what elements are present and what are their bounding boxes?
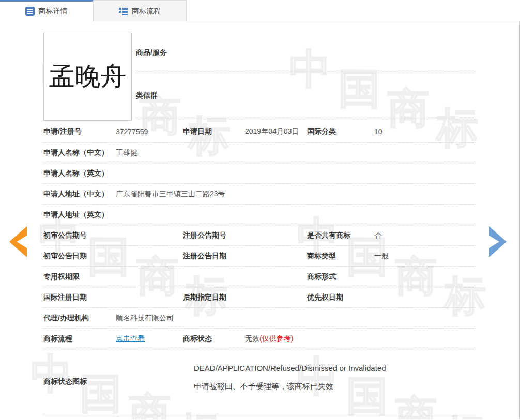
table-row: 初审公告日期 注册公告日期 商标类型 一般 — [43, 246, 475, 267]
table-row: 申请人名称（中文） 王雄健 — [43, 143, 475, 163]
goods-services-row: 商品/服务 — [136, 33, 475, 73]
field-label: 代理/办理机构 — [43, 314, 116, 323]
field-label: 申请人地址（英文） — [43, 210, 116, 220]
field-label: 商标类型 — [307, 252, 374, 261]
status-icon-row: 商标状态图标 DEAD/APPLICATION/Refused/Dismisse… — [43, 349, 475, 414]
field-label: 初审公告日期 — [43, 252, 116, 261]
field-value: 广东省阳春市三甲镇三山二路23号 — [116, 190, 475, 199]
similar-group-label: 类似群 — [136, 91, 158, 100]
table-row: 申请人地址（中文） 广东省阳春市三甲镇三山二路23号 — [43, 184, 475, 205]
field-label: 优先权日期 — [307, 293, 374, 302]
similar-group-row: 类似群 — [136, 73, 475, 118]
field-value: 10 — [374, 128, 475, 136]
table-row: 申请/注册号 37277559 申请日期 2019年04月03日 国际分类 10 — [43, 121, 475, 143]
field-label: 初审公告期号 — [43, 231, 116, 240]
field-label: 申请人地址（中文） — [43, 190, 116, 199]
field-label: 是否共有商标 — [307, 231, 374, 240]
field-value: 王雄健 — [116, 148, 475, 158]
next-arrow-button[interactable] — [487, 225, 509, 260]
table-row: 申请人地址（英文） — [43, 205, 475, 225]
detail-rows: 申请/注册号 37277559 申请日期 2019年04月03日 国际分类 10… — [43, 121, 475, 414]
document-list-icon — [25, 7, 35, 16]
trademark-detail-panel: 中国商标 中国商标 中国商标 中国商标 中国商标 中国商标 孟晚舟 商品/服务 … — [0, 21, 520, 419]
field-label: 后期指定日期 — [183, 293, 245, 302]
field-label: 商标流程 — [43, 334, 116, 344]
field-label: 国际注册日期 — [43, 293, 116, 302]
field-label: 注册公告期号 — [183, 231, 245, 240]
table-row: 专用权期限 商标形式 — [43, 267, 475, 287]
tab-trademark-process[interactable]: 商标流程 — [93, 0, 187, 22]
chevron-right-icon — [487, 252, 509, 260]
tab-trademark-process-label: 商标流程 — [132, 7, 161, 16]
table-row: 代理/办理机构 顺名科技有限公司 — [43, 308, 475, 329]
field-value: 顺名科技有限公司 — [116, 314, 475, 323]
tab-trademark-detail[interactable]: 商标详情 — [0, 0, 93, 22]
status-line-chinese: 申请被驳回、不予受理等，该商标已失效 — [194, 382, 386, 392]
top-fields: 商品/服务 类似群 — [136, 33, 475, 121]
field-label: 申请人名称（英文） — [43, 169, 116, 178]
tab-trademark-detail-label: 商标详情 — [39, 7, 68, 16]
status-invalid-text: 无效 — [245, 334, 259, 343]
chevron-left-icon — [7, 252, 29, 260]
status-icon-label: 商标状态图标 — [43, 377, 87, 386]
field-label: 商标形式 — [307, 272, 374, 282]
field-label: 商标状态 — [183, 334, 245, 344]
previous-arrow-button[interactable] — [7, 225, 29, 260]
table-row: 初审公告期号 注册公告期号 是否共有商标 否 — [43, 225, 475, 246]
field-label: 申请日期 — [183, 127, 245, 136]
field-label: 申请/注册号 — [43, 127, 116, 136]
field-label: 注册公告日期 — [183, 252, 245, 261]
trademark-summary: 孟晚舟 商品/服务 类似群 — [0, 21, 519, 121]
tab-bar: 商标详情 商标流程 — [0, 0, 520, 21]
trademark-image: 孟晚舟 — [43, 33, 132, 121]
status-line-english: DEAD/APPLICATION/Refused/Dismissed or In… — [194, 364, 386, 372]
table-row: 国际注册日期 后期指定日期 优先权日期 — [43, 287, 475, 308]
field-value: 否 — [374, 231, 475, 240]
field-label: 专用权期限 — [43, 272, 116, 282]
table-row: 申请人名称（英文） — [43, 163, 475, 184]
goods-services-label: 商品/服务 — [136, 48, 167, 57]
field-label: 申请人名称（中文） — [43, 148, 116, 158]
status-reference-note: (仅供参考) — [259, 334, 293, 343]
field-label: 国际分类 — [307, 127, 374, 136]
trademark-image-text: 孟晚舟 — [49, 59, 127, 94]
field-value: 一般 — [374, 252, 475, 261]
field-value: 2019年04月03日 — [245, 127, 307, 136]
bullet-list-icon — [119, 7, 128, 15]
table-row: 商标流程 点击查看 商标状态 无效(仅供参考) — [43, 329, 475, 349]
field-value: 37277559 — [116, 128, 183, 136]
trademark-status-value: 无效(仅供参考) — [245, 334, 475, 344]
view-process-link[interactable]: 点击查看 — [116, 334, 145, 343]
